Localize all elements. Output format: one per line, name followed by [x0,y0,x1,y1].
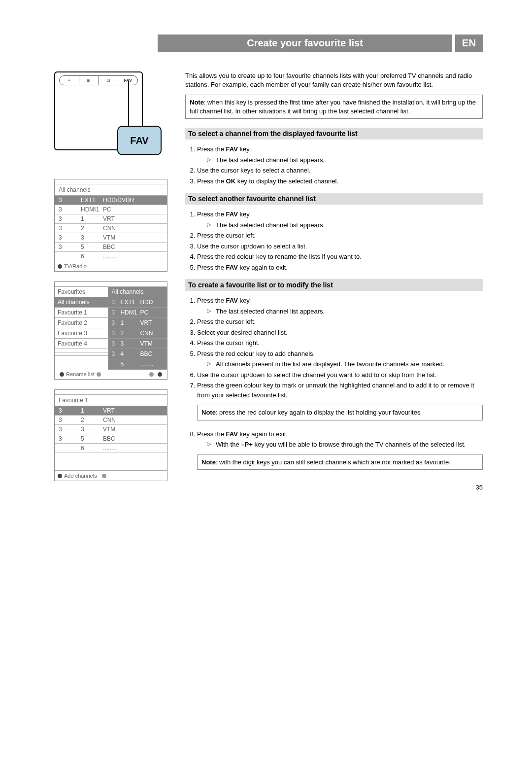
steps-list: Press the FAV key. ▷The last selected ch… [185,296,483,400]
all-channels-header: All channels [108,287,167,297]
dot-icon [158,372,162,377]
language-badge: EN [455,35,483,52]
page-header: Create your favourite list EN [54,35,483,52]
triangle-icon: ▷ [207,359,211,369]
steps-list: Press the FAV key again to exit. ▷With t… [185,429,483,450]
list-item: Favourite 4 [55,339,108,349]
dot-icon [60,372,64,377]
osd-all-channels: All channels 3EXT1HDD/DVDR 3HDMI1PC 31VR… [54,179,167,272]
add-channels-label: Add channels [64,473,97,479]
tv-slot: ⊡ [99,76,119,85]
list-item: Favourite 3 [55,328,108,339]
triangle-icon: ▷ [207,440,211,450]
list-item [55,349,108,352]
osd-title: All channels [55,184,167,196]
note-box: Note: with the digit keys you can still … [197,454,483,470]
tv-slot: • [60,76,79,85]
page-number: 35 [185,484,483,491]
page-title: Create your favourite list [158,35,452,52]
osd-favourite-1: Favourite 1 31VRT 32CNN 33VTM 35BBC 6...… [54,389,167,481]
dot-icon [149,372,154,377]
section-heading: To create a favourite list or to modify … [185,279,483,291]
rename-list-label: Rename list [66,372,95,377]
steps-list: Press the FAV key. ▷The last selected ch… [185,210,483,272]
osd-title: Favourite 1 [55,395,167,406]
osd-favourites: Favourites All channels Favourite 1 Favo… [54,281,167,380]
note-box: Note: press the red colour key again to … [197,405,483,420]
section-heading: To select another favourite channel list [185,193,483,205]
dot-icon [97,372,101,377]
list-item: All channels [55,297,108,308]
tv-slot: ⊞ [79,76,99,85]
note-box: Note: when this key is pressed the first… [185,95,483,119]
triangle-icon: ▷ [207,155,211,165]
triangle-icon: ▷ [207,220,211,230]
osd-footer-label: TV/Radio [64,263,87,269]
list-item: Favourite 1 [55,308,108,318]
dot-icon [58,264,62,269]
triangle-icon: ▷ [207,307,211,316]
dot-icon [58,474,62,478]
list-item [55,352,108,356]
dot-icon [102,474,106,478]
favourites-header: Favourites [55,287,108,297]
tv-diagram: • ⊞ ⊡ FAV FAV [54,71,167,175]
main-content: This allows you to create up to four fav… [185,71,483,491]
steps-list: Press the FAV key. ▷The last selected ch… [185,144,483,186]
section-heading: To select a channel from the displayed f… [185,128,483,140]
fav-callout: FAV [117,126,162,155]
list-item: Favourite 2 [55,318,108,328]
intro-paragraph: This allows you to create up to four fav… [185,71,483,89]
